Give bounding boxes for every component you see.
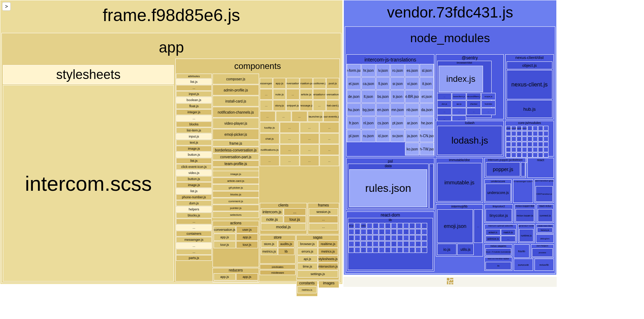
treemap-node[interactable]: metrics.js — [318, 248, 338, 255]
treemap-node[interactable]: ... — [397, 223, 403, 229]
treemap-node-translation[interactable]: pl.json — [347, 130, 361, 143]
treemap-node[interactable]: ... — [506, 136, 511, 141]
treemap-node-translation[interactable]: en.json — [376, 103, 390, 116]
treemap-node[interactable]: ... — [361, 235, 366, 241]
treemap-node[interactable]: float.js — [176, 103, 212, 109]
treemap-node[interactable]: ... — [527, 153, 532, 158]
treemap-group[interactable]: constantsmetrics.js — [296, 281, 318, 296]
treemap-node[interactable]: ... — [355, 235, 360, 241]
treemap-node-translation[interactable]: cs.json — [376, 116, 390, 129]
treemap-node-translation[interactable]: hr.json — [361, 64, 376, 77]
treemap-node-io-js[interactable]: io.js — [437, 244, 457, 255]
treemap-node[interactable]: ... — [361, 229, 366, 235]
treemap-node[interactable]: ... — [511, 136, 516, 141]
treemap-node[interactable]: ... — [397, 229, 403, 235]
treemap-node[interactable]: button.js — [176, 176, 212, 182]
treemap-node[interactable]: parts.js — [176, 255, 212, 261]
treemap-node[interactable]: ... — [409, 223, 415, 229]
treemap-node[interactable]: ... — [543, 153, 548, 158]
treemap-node[interactable]: ... — [527, 142, 532, 147]
treemap-node[interactable]: chat-card.js — [326, 100, 339, 111]
treemap-node[interactable]: ... — [533, 142, 538, 147]
treemap-node[interactable]: ... — [511, 153, 516, 158]
treemap-node-translation[interactable]: ca.json — [361, 77, 376, 90]
treemap-node[interactable]: ... — [517, 131, 522, 136]
treemap-node[interactable]: ... — [397, 241, 403, 247]
treemap-node-translation[interactable]: ko.json — [405, 143, 419, 155]
treemap-node-translation[interactable]: fi.json — [376, 77, 390, 90]
treemap-node[interactable]: ... — [319, 155, 339, 166]
treemap-node[interactable]: lib — [278, 248, 295, 255]
treemap-node-translation[interactable]: ru.json — [361, 130, 376, 143]
treemap-node[interactable]: ... — [543, 131, 548, 136]
treemap-node[interactable]: ... — [403, 235, 409, 241]
treemap-node[interactable]: tour.js — [236, 241, 258, 248]
treemap-node[interactable]: settings.js — [297, 270, 338, 278]
treemap-node[interactable]: ... — [319, 122, 339, 133]
treemap-node[interactable]: ... — [176, 243, 212, 249]
treemap-node-translation[interactable]: hu.json — [347, 103, 361, 116]
treemap-node-react[interactable]: react — [527, 158, 554, 178]
treemap-node[interactable]: ... — [300, 155, 319, 166]
treemap-node-translation[interactable]: pt.json — [390, 116, 405, 129]
treemap-node-nexus-hub[interactable]: hub.js — [507, 100, 552, 118]
treemap-node-translation[interactable]: ar.json — [405, 116, 419, 129]
treemap-node[interactable]: ... — [260, 155, 279, 166]
treemap-node[interactable]: list.js — [176, 158, 212, 164]
treemap-node[interactable]: intercom.js — [261, 208, 283, 215]
treemap-node-translation[interactable]: zh-CN.json — [420, 130, 434, 143]
treemap-node[interactable]: ... — [511, 142, 516, 147]
treemap-node-translation[interactable]: sv.json — [390, 130, 405, 143]
treemap-node[interactable]: ... — [533, 131, 538, 136]
treemap-node[interactable]: blocks — [176, 121, 212, 127]
treemap-node[interactable]: app.js — [236, 273, 258, 280]
treemap-node[interactable]: article.js — [300, 89, 313, 100]
treemap-node[interactable]: tour.js — [284, 216, 306, 223]
treemap-node[interactable]: button.js — [176, 152, 212, 158]
treemap-node-translation[interactable]: ja.json — [405, 130, 419, 143]
treemap-node[interactable]: ... — [543, 142, 548, 147]
treemap-node[interactable]: ... — [373, 247, 379, 253]
treemap-node-intercom-scss[interactable]: intercom.scss — [3, 85, 174, 281]
treemap-node[interactable]: ... — [385, 229, 391, 235]
treemap-node[interactable]: ... — [355, 229, 360, 235]
treemap-node[interactable]: ... — [467, 108, 481, 115]
treemap-node[interactable]: ... — [506, 147, 511, 152]
treemap-node-translation[interactable]: mn.json — [390, 103, 405, 116]
treemap-node[interactable]: ... — [319, 133, 339, 144]
treemap-node[interactable]: ... — [421, 247, 427, 253]
treemap-node[interactable]: messenger.js — [176, 237, 212, 243]
toggle-sidebar-button[interactable]: > — [2, 2, 11, 11]
treemap-node-regen[interactable]: regenerator-runtime runtime.js — [518, 224, 535, 243]
treemap-node[interactable]: ... — [421, 235, 427, 241]
treemap-node[interactable]: ... — [506, 131, 511, 136]
treemap-node[interactable]: ... — [348, 235, 354, 241]
treemap-node[interactable]: typed-array.js — [506, 126, 511, 131]
treemap-group[interactable]: sagasbrowser.jsrealtime.jserrors.jsmetri… — [296, 235, 339, 280]
treemap-node[interactable]: text.js — [176, 140, 212, 145]
treemap-tiny[interactable]: tinycolor.js — [486, 209, 512, 222]
treemap-node-translation[interactable]: bs.json — [376, 90, 390, 103]
treemap-node[interactable]: ... — [415, 247, 421, 253]
treemap-node[interactable]: ... — [355, 241, 360, 247]
treemap-node-translation[interactable]: es.json — [405, 64, 419, 77]
treemap-node[interactable]: ... — [421, 241, 427, 247]
treemap-node[interactable]: store.js — [261, 240, 278, 248]
treemap-node[interactable]: ... — [391, 223, 397, 229]
treemap-node[interactable]: ... — [538, 126, 543, 131]
treemap-tiny[interactable]: index.js + 4 modules (concatenated) — [486, 248, 511, 255]
treemap-node[interactable]: ... — [379, 229, 385, 235]
treemap-node-debug[interactable]: debug/src — [536, 234, 554, 243]
treemap-node[interactable]: modal.js — [261, 223, 306, 230]
treemap-node[interactable]: ... — [538, 147, 543, 152]
treemap-node[interactable]: ... — [415, 235, 421, 241]
treemap-node[interactable]: ... — [527, 136, 532, 141]
treemap-node[interactable]: ... — [409, 235, 415, 241]
treemap-node[interactable]: ... — [385, 223, 391, 229]
treemap-node[interactable]: selectors — [213, 211, 259, 218]
treemap-node[interactable]: phone-number.js — [176, 194, 212, 200]
treemap-node-translation[interactable]: nl.json — [361, 116, 376, 129]
treemap-node[interactable]: input.js — [176, 91, 212, 97]
treemap-node-lodash-js[interactable]: lodash.js — [437, 126, 502, 155]
treemap-node[interactable]: session.js — [309, 208, 338, 215]
